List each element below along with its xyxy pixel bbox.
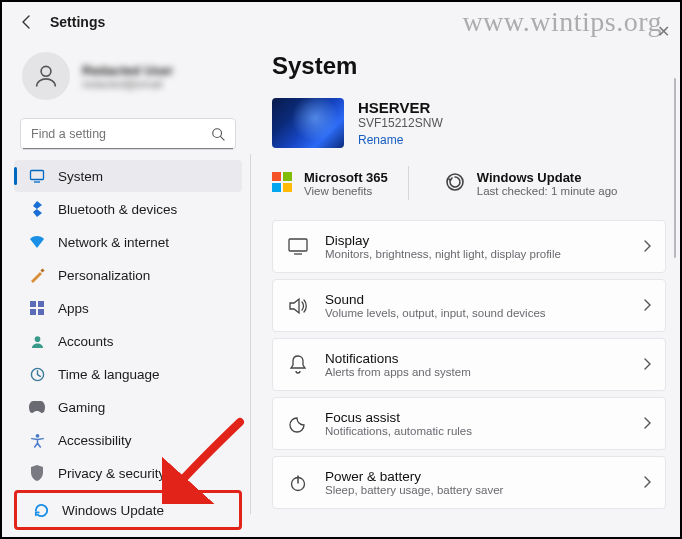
card-title: Notifications (325, 351, 471, 366)
card-sub: Alerts from apps and system (325, 366, 471, 378)
profile-block[interactable]: Redacted User redacted@email (14, 42, 242, 114)
page-title: Settings (50, 14, 105, 30)
search-input[interactable] (21, 127, 201, 141)
power-icon (287, 474, 309, 492)
nav-list: System Bluetooth & devices Network & int… (14, 160, 242, 530)
close-icon[interactable]: ✕ (657, 22, 670, 41)
sidebar-item-privacy[interactable]: Privacy & security (14, 457, 242, 489)
tile-label: Windows Update (477, 170, 618, 185)
network-icon (28, 233, 46, 251)
sidebar-item-time[interactable]: Time & language (14, 358, 242, 390)
chevron-right-icon (643, 415, 651, 433)
chevron-right-icon (643, 356, 651, 374)
tile-sub: Last checked: 1 minute ago (477, 185, 618, 197)
svg-rect-14 (283, 172, 292, 181)
svg-point-10 (34, 336, 40, 342)
card-title: Sound (325, 292, 546, 307)
sidebar-item-label: Accessibility (58, 433, 132, 448)
device-model: SVF15212SNW (358, 116, 443, 130)
card-sub: Volume levels, output, input, sound devi… (325, 307, 546, 319)
scrollbar[interactable] (672, 40, 676, 528)
sound-icon (287, 297, 309, 315)
sidebar-item-label: Time & language (58, 367, 160, 382)
search-box[interactable] (20, 118, 236, 150)
card-focus-assist[interactable]: Focus assistNotifications, automatic rul… (272, 397, 666, 450)
svg-rect-5 (40, 268, 44, 272)
windows-update-tile-icon (445, 172, 467, 194)
sidebar-item-label: System (58, 169, 103, 184)
apps-icon (28, 299, 46, 317)
card-sub: Monitors, brightness, night light, displ… (325, 248, 561, 260)
tile-label: Microsoft 365 (304, 170, 388, 185)
svg-rect-7 (38, 301, 44, 307)
svg-rect-16 (283, 183, 292, 192)
sidebar-item-bluetooth[interactable]: Bluetooth & devices (14, 193, 242, 225)
sidebar-item-label: Gaming (58, 400, 105, 415)
sidebar-item-label: Personalization (58, 268, 150, 283)
tile-sub: View benefits (304, 185, 388, 197)
chevron-right-icon (643, 474, 651, 492)
microsoft365-icon (272, 172, 294, 194)
chevron-right-icon (643, 297, 651, 315)
svg-rect-13 (272, 172, 281, 181)
card-title: Display (325, 233, 561, 248)
display-icon (287, 238, 309, 256)
sidebar-item-gaming[interactable]: Gaming (14, 391, 242, 423)
profile-name: Redacted User (82, 63, 173, 78)
svg-rect-6 (30, 301, 36, 307)
tile-microsoft365[interactable]: Microsoft 365 View benefits (272, 166, 409, 200)
sidebar-item-label: Network & internet (58, 235, 169, 250)
sidebar-item-windows-update[interactable]: Windows Update (18, 494, 238, 526)
svg-point-12 (35, 433, 39, 437)
privacy-icon (28, 464, 46, 482)
bluetooth-icon (28, 200, 46, 218)
device-row: HSERVER SVF15212SNW Rename (272, 98, 666, 148)
sidebar-item-label: Bluetooth & devices (58, 202, 177, 217)
sidebar-item-label: Privacy & security (58, 466, 165, 481)
svg-line-2 (221, 137, 225, 141)
sidebar-item-label: Accounts (58, 334, 114, 349)
rename-link[interactable]: Rename (358, 133, 403, 147)
windows-update-icon (32, 501, 50, 519)
avatar (22, 52, 70, 100)
device-name: HSERVER (358, 99, 443, 116)
svg-rect-15 (272, 183, 281, 192)
main-title: System (272, 52, 666, 80)
sidebar-item-accessibility[interactable]: Accessibility (14, 424, 242, 456)
chevron-right-icon (643, 238, 651, 256)
search-icon (201, 127, 235, 141)
time-icon (28, 365, 46, 383)
card-title: Power & battery (325, 469, 503, 484)
svg-rect-3 (31, 171, 44, 180)
profile-email: redacted@email (82, 78, 173, 90)
gaming-icon (28, 398, 46, 416)
card-title: Focus assist (325, 410, 472, 425)
svg-point-0 (41, 66, 51, 76)
card-power-battery[interactable]: Power & batterySleep, battery usage, bat… (272, 456, 666, 509)
sidebar-item-apps[interactable]: Apps (14, 292, 242, 324)
sidebar-item-accounts[interactable]: Accounts (14, 325, 242, 357)
sidebar: Redacted User redacted@email System Blue… (2, 34, 250, 538)
svg-point-1 (213, 129, 222, 138)
notifications-icon (287, 355, 309, 375)
personalization-icon (28, 266, 46, 284)
back-button[interactable] (18, 14, 36, 30)
svg-rect-8 (30, 309, 36, 315)
card-sub: Notifications, automatic rules (325, 425, 472, 437)
system-icon (28, 167, 46, 185)
sidebar-item-label: Apps (58, 301, 89, 316)
card-sub: Sleep, battery usage, battery saver (325, 484, 503, 496)
accounts-icon (28, 332, 46, 350)
accessibility-icon (28, 431, 46, 449)
sidebar-item-system[interactable]: System (14, 160, 242, 192)
cards-list: DisplayMonitors, brightness, night light… (272, 220, 666, 509)
card-notifications[interactable]: NotificationsAlerts from apps and system (272, 338, 666, 391)
main-content: System HSERVER SVF15212SNW Rename Micros… (250, 34, 680, 534)
card-sound[interactable]: SoundVolume levels, output, input, sound… (272, 279, 666, 332)
svg-rect-9 (38, 309, 44, 315)
sidebar-item-personalization[interactable]: Personalization (14, 259, 242, 291)
sidebar-item-network[interactable]: Network & internet (14, 226, 242, 258)
card-display[interactable]: DisplayMonitors, brightness, night light… (272, 220, 666, 273)
tile-windows-update[interactable]: Windows Update Last checked: 1 minute ag… (445, 166, 618, 200)
svg-rect-18 (289, 239, 307, 251)
